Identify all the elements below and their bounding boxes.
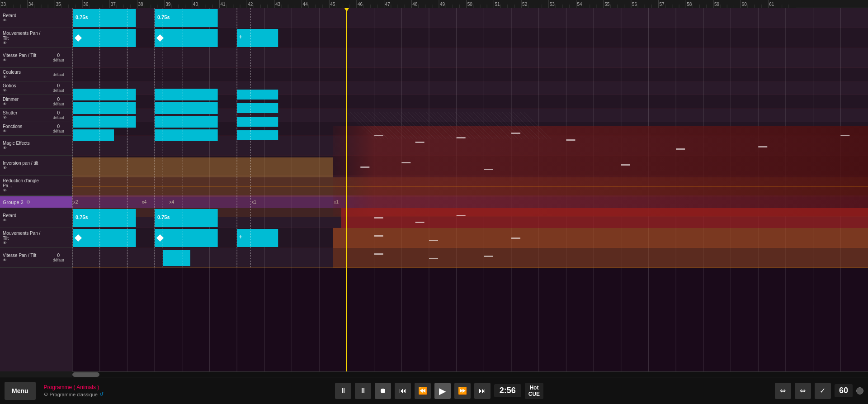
bottom-bar: Menu Programme ( Animals ) ⊙ Programme c… xyxy=(0,377,868,404)
track-label-dimmer1: Dimmer 👁 xyxy=(0,96,45,107)
skip-back-btn[interactable]: ⏮ xyxy=(395,383,411,399)
eye-retard2[interactable]: 👁 xyxy=(3,218,42,223)
timeline-canvas[interactable] xyxy=(72,8,868,371)
eye-fonctions1[interactable]: 👁 xyxy=(3,129,42,133)
eye-inversion1[interactable]: 👁 xyxy=(3,166,42,170)
cue-label: CUE xyxy=(528,391,540,397)
track-label-mouvements2: Mouvements Pan / Tilt 👁 xyxy=(0,230,45,246)
eye-mouvements2[interactable]: 👁 xyxy=(3,241,42,245)
group2-label: Groupe 2 xyxy=(3,200,24,205)
eye-shutter1[interactable]: 👁 xyxy=(3,115,42,120)
track-value-gobos1: 0 défaut xyxy=(45,83,72,93)
track-label-shutter1: Shutter 👁 xyxy=(0,109,45,121)
timeline-canvas-area[interactable] xyxy=(72,8,868,371)
main-container: Groupe 1 31 ⚙ Retard 👁 Mouvements Pan / … xyxy=(0,0,868,404)
beats-btn[interactable]: ⏸ xyxy=(355,383,371,399)
track-label-vitesse2: Vitesse Pan / Tilt 👁 xyxy=(0,252,45,263)
timeline-area: Retard 👁 Mouvements Pan / Tilt 👁 Vitesse… xyxy=(0,8,868,371)
program-type-icon: ⊙ xyxy=(44,391,48,397)
timeline-scrollbar[interactable] xyxy=(72,371,868,377)
gear-icon-group2[interactable]: ⚙ xyxy=(26,200,30,204)
fast-forward-btn[interactable]: ⏩ xyxy=(454,383,471,399)
left-panel: Retard 👁 Mouvements Pan / Tilt 👁 Vitesse… xyxy=(0,8,72,371)
program-section: Programme ( Animals ) ⊙ Programme classi… xyxy=(44,384,104,397)
arrow-expand-btn[interactable]: ⇔ xyxy=(775,383,791,399)
menu-button[interactable]: Menu xyxy=(5,382,36,400)
track-label-magic1: Magic Effects 👁 xyxy=(0,140,45,151)
track-label-reduction1: Réduction d'angle Pa... 👁 xyxy=(0,177,45,194)
track-retard1: Retard 👁 xyxy=(0,8,72,28)
track-dimmer1: Dimmer 👁 0 défaut xyxy=(0,95,72,109)
rewind-btn[interactable]: ⏪ xyxy=(415,383,431,399)
bpm-display: 60 xyxy=(835,384,853,397)
circle-indicator xyxy=(856,387,863,394)
eye-vitesse1[interactable]: 👁 xyxy=(3,58,42,62)
track-mouvements2: Mouvements Pan / Tilt 👁 xyxy=(0,228,72,248)
track-value-fonctions1: 0 défaut xyxy=(45,124,72,133)
eye-couleurs1[interactable]: 👁 xyxy=(3,75,42,79)
scroll-thumb[interactable] xyxy=(72,372,99,377)
program-type: ⊙ Programme classique ↺ xyxy=(44,391,104,397)
track-mouvements1: Mouvements Pan / Tilt 👁 xyxy=(0,28,72,48)
hot-label: Hot xyxy=(528,385,540,391)
eye-mouvements1[interactable]: 👁 xyxy=(3,41,42,45)
arrow-compress-btn[interactable]: ⇔ xyxy=(795,383,811,399)
track-value-shutter1: 0 défaut xyxy=(45,110,72,120)
track-value-vitesse2: 0 défaut xyxy=(45,253,72,262)
group2-header: Groupe 2 ⚙ xyxy=(0,195,72,208)
track-inversion1: Inversion pan / tilt 👁 xyxy=(0,156,72,176)
track-label-retard2: Retard 👁 xyxy=(0,212,45,223)
track-reduction1: Réduction d'angle Pa... 👁 xyxy=(0,176,72,195)
track-label-vitesse1: Vitesse Pan / Tilt 👁 xyxy=(0,52,45,63)
refresh-icon[interactable]: ↺ xyxy=(99,391,104,397)
check-btn[interactable]: ✓ xyxy=(815,383,831,399)
track-fonctions1: Fonctions 👁 0 défaut xyxy=(0,122,72,136)
program-name[interactable]: Programme ( Animals ) xyxy=(44,384,104,390)
track-retard2: Retard 👁 xyxy=(0,208,72,228)
track-vitesse1: Vitesse Pan / Tilt 👁 0 défaut xyxy=(0,48,72,68)
track-vitesse2: Vitesse Pan / Tilt 👁 0 défaut xyxy=(0,248,72,268)
eye-gobos1[interactable]: 👁 xyxy=(3,88,42,93)
track-shutter1: Shutter 👁 0 défaut xyxy=(0,109,72,122)
track-label-retard1: Retard 👁 xyxy=(0,12,45,24)
play-btn[interactable]: ▶ xyxy=(434,383,451,399)
eye-magic1[interactable]: 👁 xyxy=(3,146,42,150)
track-label-inversion1: Inversion pan / tilt 👁 xyxy=(0,160,45,171)
track-couleurs1: Couleurs 👁 défaut xyxy=(0,68,72,81)
record-btn[interactable]: ⏺ xyxy=(375,383,391,399)
eye-reduction1[interactable]: 👁 xyxy=(3,188,42,193)
track-value-couleurs1: défaut xyxy=(45,72,72,77)
track-value-vitesse1: 0 défaut xyxy=(45,53,72,62)
eye-dimmer1[interactable]: 👁 xyxy=(3,102,42,106)
skip-forward-btn[interactable]: ⏭ xyxy=(474,383,491,399)
track-gobos1: Gobos 👁 0 défaut xyxy=(0,81,72,95)
hot-cue-display: Hot CUE xyxy=(525,383,543,399)
time-display: 2:56 xyxy=(494,384,521,397)
track-label-couleurs1: Couleurs 👁 xyxy=(0,69,45,80)
track-label-gobos1: Gobos 👁 xyxy=(0,82,45,94)
track-label-fonctions1: Fonctions 👁 xyxy=(0,123,45,134)
track-value-dimmer1: 0 défaut xyxy=(45,97,72,106)
track-magic1: Magic Effects 👁 xyxy=(0,136,72,156)
track-label-mouvements1: Mouvements Pan / Tilt 👁 xyxy=(0,30,45,46)
pause-btn[interactable]: ⏸ xyxy=(335,383,351,399)
eye-retard1[interactable]: 👁 xyxy=(3,18,42,23)
eye-vitesse2[interactable]: 👁 xyxy=(3,258,42,262)
ruler-canvas xyxy=(0,0,796,8)
